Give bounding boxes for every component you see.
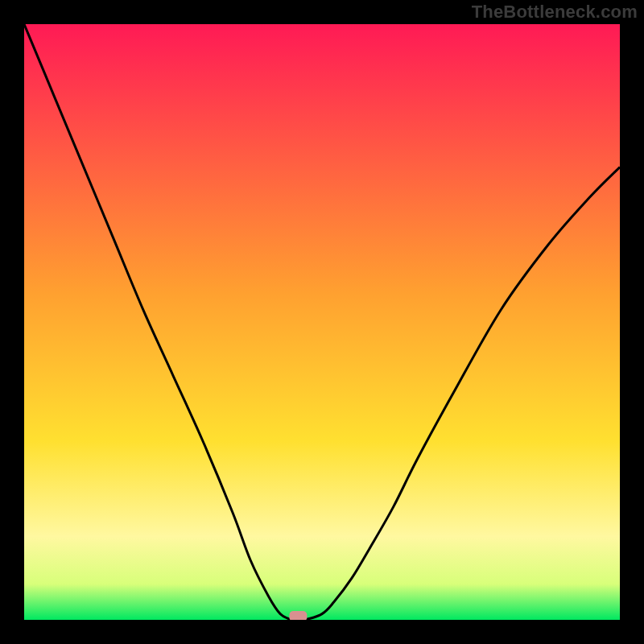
bottleneck-chart [24,24,620,620]
gradient-background [24,24,620,620]
plot-area [24,24,620,620]
best-match-marker [289,611,307,620]
chart-frame: TheBottleneck.com [0,0,644,644]
watermark-text: TheBottleneck.com [472,2,638,23]
